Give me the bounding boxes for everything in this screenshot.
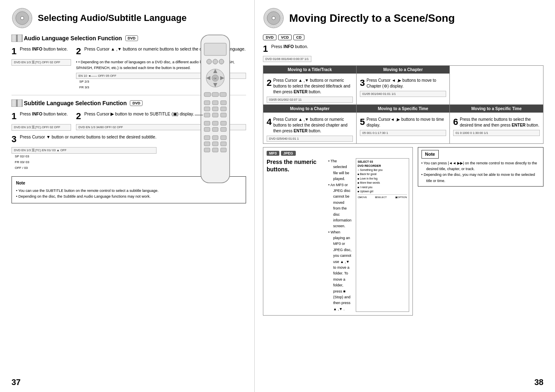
svg-rect-67	[221, 148, 226, 152]
disc-icon-left	[12, 7, 33, 29]
step1-text: Press INFO button.	[271, 44, 308, 50]
dvd-select-label: ⊠SELECT	[375, 196, 387, 198]
svg-rect-44	[204, 101, 210, 105]
svg-rect-52	[221, 113, 226, 117]
step1-row: 1 Press INFO button.	[263, 44, 311, 54]
dvd-move-label: ⊡MOVE	[358, 196, 367, 198]
col-specific1-header: Moving to a Specific Time	[357, 105, 449, 113]
right-note-box: Note You can press |◄◄ ▶▶| on the remote…	[418, 147, 543, 187]
mp3-content: Press the numeric buttons. The selected …	[267, 158, 409, 312]
subtitle-step3-status: DVD EN 1/3 亚(TC) EN 01/ 03 ▲ OFF	[12, 147, 157, 154]
svg-point-31	[207, 59, 212, 64]
step3-number: 3	[360, 78, 365, 88]
svg-rect-55	[221, 121, 226, 125]
svg-point-2	[21, 16, 24, 20]
badge-dvd: DVD	[263, 35, 276, 40]
col-chapter-header: Moving to a Chapter	[357, 66, 449, 74]
svg-rect-42	[212, 92, 219, 97]
disc-badges-step1: DVD VCD CD 1 Press INFO button. DVD 01/0…	[263, 35, 311, 62]
mp3-title: Press the numeric buttons.	[267, 158, 324, 173]
subtitle-step1-status: DVD EN 1/3 亚(TC) OFF/ 02 OFF	[12, 124, 71, 131]
svg-rect-45	[212, 101, 218, 105]
col-title-track-content: 2 Press Cursor ▲ ,▼ buttons or numeric b…	[263, 76, 356, 104]
audio-section-icon	[12, 35, 24, 42]
subtitle-step1: 1 Press INFO button twice.	[12, 111, 71, 122]
dvd-recorder-list: ○ Something like you ■ Back for good ■ L…	[358, 168, 407, 194]
step5-status: 05 001 0:1:17:30 1	[360, 130, 446, 136]
step1-number: 1	[263, 44, 268, 54]
svg-rect-49	[221, 107, 226, 111]
svg-rect-64	[221, 142, 226, 146]
moving-grid-row1: Moving to a Title/Track 2 Press Cursor ▲…	[263, 65, 543, 105]
right-section-header: Moving Directly to a Scene/Song	[263, 7, 543, 29]
col-specific2-header: Moving to a Specific Time	[450, 105, 543, 113]
mp3-bullets: The selected file will be played. An MP3…	[328, 158, 352, 312]
mp3-bullet-list: The selected file will be played. An MP3…	[328, 158, 352, 312]
mp3-note-row: MP3 JPEG Press the numeric buttons. The …	[263, 147, 543, 316]
svg-point-33	[219, 59, 224, 64]
col-specific1-content: 5 Press Cursor◄ ,▶ buttons to move to ti…	[357, 115, 449, 138]
svg-rect-54	[212, 121, 218, 125]
dvd-recorder-buttons: ⊡MOVE ⊠SELECT ▣OPTION	[358, 194, 407, 198]
audio-dvd-badge: DVD	[125, 35, 138, 41]
audio-step1-text: Press INFO button twice.	[20, 46, 68, 52]
svg-rect-62	[204, 142, 210, 146]
subtitle-step1-container: 1 Press INFO button twice. DVD EN 1/3 亚(…	[12, 111, 71, 131]
step1-status: DVD 01/06 001/040 0:00:37 1/1	[263, 56, 311, 62]
audio-step1-number: 1	[12, 46, 16, 57]
badge-jpeg: JPEG	[281, 151, 296, 156]
subtitle-step3-text: Press Cursor ▼ button or numeric buttons…	[20, 134, 157, 140]
dvd-recorder-title: DVD RECORDER	[358, 164, 407, 167]
step2-status: 03/05 001/002 02:07 11	[267, 97, 353, 103]
step6-status: 01 0:1000 0 1:30:00 1/1	[453, 130, 540, 136]
dvd-recorder-screen: SELECT 03 DVD RECORDER ○ Something like …	[356, 158, 409, 312]
svg-rect-41	[204, 92, 211, 97]
remote-svg: OK	[193, 33, 238, 189]
audio-step1: 1 Press INFO button twice.	[12, 46, 71, 57]
disc-icon-right	[263, 7, 284, 29]
svg-rect-46	[221, 101, 226, 105]
col-chapter2-content: 4 Press Cursor ▲ ,▼ buttons or numeric b…	[263, 115, 356, 143]
svg-rect-60	[212, 136, 218, 140]
mp3-section: MP3 JPEG Press the numeric buttons. The …	[263, 147, 413, 316]
col-empty-header-space	[450, 66, 543, 80]
right-note-content: You can press |◄◄ ▶▶| on the remote cont…	[421, 160, 540, 184]
col-chapter-content: 3 Press Cursor ◄ ,▶ buttons to move to C…	[357, 76, 449, 99]
step4-text: Press Cursor ▲ ,▼ buttons or numeric but…	[273, 117, 353, 134]
step3-status: 01/05 001/040 01:01 1/1	[360, 91, 446, 97]
remote-control-image: OK	[193, 33, 246, 190]
step2-number: 2	[267, 78, 272, 88]
svg-rect-50	[204, 113, 210, 117]
step3-text: Press Cursor ◄ ,▶ buttons to move to Cha…	[366, 78, 446, 89]
svg-point-71	[272, 16, 275, 20]
left-page: Selecting Audio/Subtitle Language Audio …	[0, 0, 255, 392]
step4-status: DVD 025/040 01:01 1	[267, 136, 353, 142]
col-specific2: Moving to a Specific Time 6 Press the nu…	[450, 105, 543, 143]
audio-step2-number: 2	[76, 46, 81, 57]
audio-step1-container: 1 Press INFO button twice. DVD EN 1/3 亚(…	[12, 46, 71, 91]
audio-section-title: Audio Language Selection Function	[24, 35, 122, 42]
step4-number: 4	[267, 117, 272, 127]
svg-rect-47	[204, 107, 210, 111]
svg-rect-48	[212, 107, 218, 111]
col-specific2-content: 6 Press the numeric buttons to select th…	[450, 115, 543, 138]
step6-row: 6 Press the numeric buttons to select th…	[453, 117, 540, 128]
svg-rect-43	[220, 92, 226, 97]
badge-vcd: VCD	[278, 35, 292, 40]
step2-text: Press Cursor ▲ ,▼ buttons or numeric but…	[273, 78, 353, 95]
svg-rect-65	[204, 148, 210, 152]
subtitle-step3-row: 3 Press Cursor ▼ button or numeric butto…	[12, 134, 157, 145]
col-chapter: Moving to a Chapter 3 Press Cursor ◄ ,▶ …	[357, 66, 450, 104]
dvd-option-label: ▣OPTION	[395, 196, 407, 198]
step5-number: 5	[360, 117, 365, 127]
svg-point-32	[213, 59, 218, 64]
subtitle-step2-text: Press Cursor ▶ button to move to SUBTITL…	[84, 111, 194, 117]
col-chapter2: Moving to a Chapter 4 Press Cursor ▲ ,▼ …	[263, 105, 357, 143]
right-page-number: 38	[534, 378, 543, 387]
step4-row: 4 Press Cursor ▲ ,▼ buttons or numeric b…	[267, 117, 353, 134]
col-specific1: Moving to a Specific Time 5 Press Cursor…	[357, 105, 450, 143]
svg-rect-63	[212, 142, 218, 146]
step6-text: Press the numeric buttons to select the …	[460, 117, 540, 128]
left-page-number: 37	[12, 378, 21, 387]
svg-rect-30	[204, 43, 226, 55]
